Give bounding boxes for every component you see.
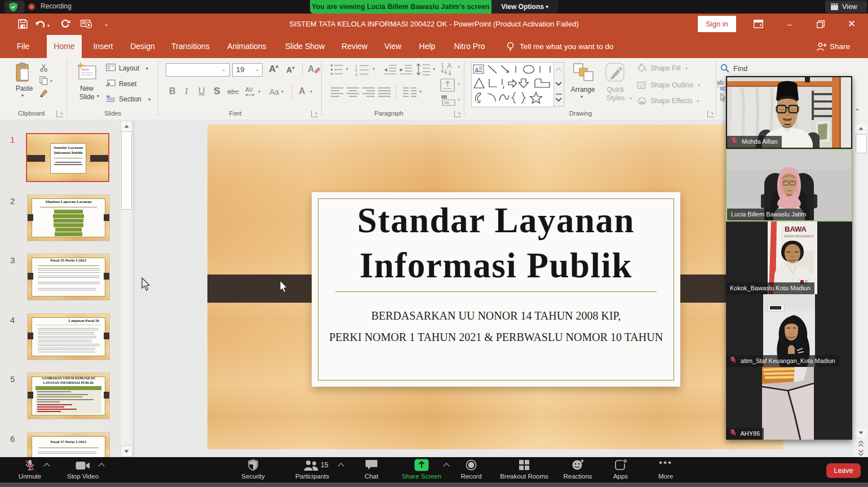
smartart-caret[interactable]: ▾ [458, 97, 460, 102]
tab-animations[interactable]: Animations [221, 35, 273, 58]
clear-formatting-icon[interactable]: A [308, 64, 321, 75]
text-shadow-icon[interactable]: S [214, 86, 220, 96]
slide-thumbnail-3[interactable]: Pasal 55 Perki 1/2021 [27, 254, 110, 300]
tab-nitro-pro[interactable]: Nitro Pro [447, 35, 492, 58]
video-tile-kokok[interactable]: BAWA BADAN PENGAWAS P Kokok_Bawaslu Kota… [726, 222, 852, 294]
view-options-button[interactable]: View Options ▾ [491, 0, 558, 14]
layout-label[interactable]: Layout [119, 64, 139, 72]
sign-in-button[interactable]: Sign in [698, 16, 736, 32]
share-screen-button[interactable]: Share Screen [395, 457, 449, 482]
columns-caret[interactable]: ▾ [419, 89, 422, 94]
restore-button[interactable] [817, 20, 825, 28]
tell-me-box[interactable]: Tell me what you want to do [520, 35, 614, 58]
canvas-scrollbar[interactable] [853, 119, 868, 457]
section-icon[interactable] [106, 95, 116, 103]
shape-effects-caret[interactable]: ▾ [697, 99, 699, 104]
tab-transitions[interactable]: Transitions [166, 35, 215, 58]
tab-file[interactable]: File [10, 35, 36, 58]
clipboard-dialog-launcher[interactable]: ↘ [56, 110, 63, 117]
strikethrough-icon[interactable]: abc [227, 87, 239, 96]
copy-caret[interactable]: ▾ [50, 78, 52, 83]
shape-effects-icon[interactable] [637, 96, 647, 105]
slide-thumbnail-4[interactable]: Lanjutan Pasal 56 [27, 313, 110, 360]
font-size-combo[interactable]: 19 ⌄ [232, 63, 263, 77]
ribbon-display-options-icon[interactable] [754, 20, 763, 28]
arrange-label[interactable]: Arrange [566, 86, 600, 94]
bullets-icon[interactable] [330, 64, 344, 76]
reset-icon[interactable] [106, 79, 116, 87]
paragraph-dialog-launcher[interactable]: ↘ [454, 110, 461, 117]
tab-view[interactable]: View [378, 35, 408, 58]
bold-icon[interactable]: B [169, 86, 176, 96]
shape-outline-label[interactable]: Shape Outline [650, 81, 693, 89]
quick-styles-caret[interactable]: ▾ [630, 96, 632, 101]
shapes-more-button[interactable] [553, 91, 564, 107]
shapes-scroll-down[interactable] [553, 77, 564, 92]
slide-thumbnail-1[interactable]: Standar Layanan Informasi Publik [26, 133, 109, 182]
slide-thumbnail-2[interactable]: Manfaat Laporan Layanan [27, 194, 110, 241]
bullets-caret[interactable]: ▾ [346, 67, 348, 72]
increase-indent-icon[interactable] [399, 64, 413, 76]
scroll-down-button[interactable] [855, 428, 866, 437]
paste-icon[interactable] [16, 63, 32, 83]
tab-home[interactable]: Home [47, 35, 82, 58]
unmute-button[interactable]: Unmute [11, 457, 48, 482]
security-button[interactable]: Security [234, 457, 272, 482]
shape-fill-caret[interactable]: ▾ [685, 66, 688, 71]
main-slide[interactable]: Standar Layanan Informasi Publik BERDASA… [207, 125, 783, 449]
next-slide-button[interactable] [855, 449, 866, 457]
numbering-caret[interactable]: ▾ [373, 67, 375, 72]
video-tile-mohda-alfian[interactable]: Mohda Alfian [726, 76, 852, 149]
find-label[interactable]: Find [733, 64, 747, 73]
tab-slide-show[interactable]: Slide Show [279, 35, 331, 58]
align-right-icon[interactable] [362, 86, 375, 99]
shape-fill-label[interactable]: Shape Fill [650, 64, 680, 72]
section-caret[interactable]: ▾ [148, 97, 150, 102]
more-button[interactable]: ••• More [649, 457, 682, 482]
quick-styles-label-1[interactable]: Quick [599, 86, 632, 94]
scroll-down-button[interactable] [121, 445, 132, 457]
shape-outline-icon[interactable] [637, 80, 647, 90]
leave-button[interactable]: Leave [826, 463, 861, 478]
paste-label[interactable]: Paste [14, 85, 35, 92]
view-button[interactable]: View [825, 1, 867, 13]
stop-video-button[interactable]: Stop Video [63, 457, 103, 482]
columns-icon[interactable] [402, 86, 417, 99]
close-button[interactable]: ✕ [839, 14, 864, 35]
justify-icon[interactable] [378, 86, 391, 99]
participants-options-caret[interactable] [338, 463, 344, 469]
new-slide-caret[interactable]: ▾ [97, 94, 99, 99]
font-dialog-launcher[interactable]: ↘ [311, 110, 318, 117]
format-painter-icon[interactable] [39, 89, 48, 98]
shape-fill-icon[interactable] [637, 63, 647, 73]
font-color-caret[interactable]: ▾ [310, 89, 312, 94]
text-direction-caret[interactable]: ▾ [458, 64, 460, 69]
minimize-button[interactable]: – [777, 14, 802, 35]
share-button[interactable]: Share [830, 35, 850, 58]
participants-button[interactable]: 15 Participants [290, 457, 335, 482]
tab-design[interactable]: Design [125, 35, 160, 58]
previous-slide-button[interactable] [855, 440, 866, 448]
slide-thumbnail-6[interactable]: Pasal 57 Perki 1/2021 [27, 432, 110, 458]
scroll-up-button[interactable] [855, 124, 866, 133]
align-text-caret[interactable]: ▾ [458, 82, 460, 87]
cut-icon[interactable] [39, 64, 48, 72]
align-left-icon[interactable] [330, 86, 344, 99]
text-direction-icon[interactable]: A [440, 61, 455, 76]
reset-label[interactable]: Reset [119, 80, 136, 88]
tab-insert[interactable]: Insert [87, 35, 119, 58]
meeting-info-shield[interactable] [5, 1, 25, 13]
quick-styles-icon[interactable] [604, 61, 627, 84]
layout-icon[interactable] [106, 64, 116, 71]
chat-button[interactable]: Chat [355, 457, 388, 482]
shape-outline-caret[interactable]: ▾ [698, 83, 700, 88]
shapes-scroll-up[interactable] [553, 62, 564, 78]
apps-button[interactable]: Apps [604, 457, 637, 482]
canvas-scrollbar-thumb[interactable] [856, 134, 867, 153]
paste-caret[interactable]: ▾ [21, 93, 24, 98]
align-text-icon[interactable] [440, 78, 455, 92]
decrease-indent-icon[interactable] [383, 64, 397, 76]
decrease-font-icon[interactable]: A▾ [286, 65, 294, 74]
numbering-icon[interactable]: 1 2 3 [355, 64, 370, 76]
find-icon[interactable] [720, 64, 729, 73]
